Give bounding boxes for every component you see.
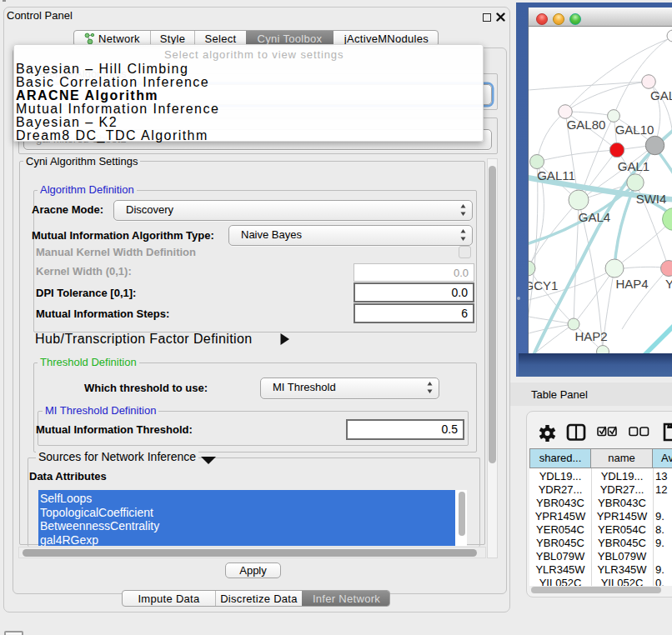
svg-text:GCY1: GCY1 [529,278,558,292]
svg-text:HAP4: HAP4 [615,277,648,291]
svg-text:GAL11: GAL11 [537,168,575,182]
svg-text:HAP2: HAP2 [574,329,607,343]
svg-text:GAL10: GAL10 [615,122,654,137]
svg-text:SWI4: SWI4 [636,192,667,206]
svg-text:GAL2: GAL2 [650,88,672,102]
svg-text:YJL: YJL [665,277,672,291]
svg-text:GAL80: GAL80 [567,118,606,132]
svg-text:GAL4: GAL4 [579,210,610,224]
svg-text:GAL1: GAL1 [618,159,649,173]
